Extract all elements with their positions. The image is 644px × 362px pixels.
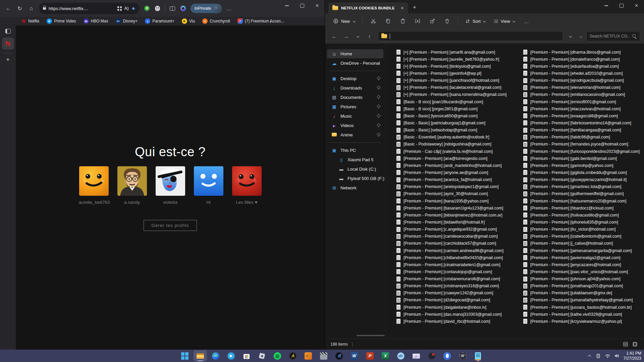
file-item[interactable]: [Premium - Premium] [camileoescobar@gmai… (396, 233, 506, 240)
file-item[interactable]: [Premium - Premium] [bibianjimenez@hotma… (396, 212, 506, 219)
file-item[interactable]: [Premium - Premium] [bana1935@yahoo.com] (396, 197, 506, 204)
bookmark-fav-disney[interactable]: Disney+ (116, 18, 138, 24)
sidebar-hscroll-thumb[interactable] (357, 335, 385, 336)
file-item[interactable]: [Premium - Premium] [andi_martelinho@hot… (396, 162, 506, 169)
file-item[interactable]: [Premium - Cao cấp] [valeria.fa.re@hotma… (396, 148, 506, 155)
go-icon[interactable]: → (576, 32, 585, 41)
file-item[interactable]: [Basic - Basic] [patriciaburgoaj1@gmail.… (396, 119, 506, 126)
ghost-extension-icon[interactable] (155, 6, 160, 11)
taskbar-edge[interactable] (209, 350, 222, 361)
file-item[interactable]: [Premium - Premium] [carmen.andreea96@gm… (396, 247, 506, 254)
explorer-tab[interactable]: NETFLIX COOKIES BUNDLE × (328, 2, 408, 13)
profile-lesfilles[interactable]: Les filles ♥ (232, 166, 262, 205)
taskbar-qbittorrent[interactable] (394, 350, 408, 361)
file-item[interactable]: [Premium - Premium] [juliablaesen@gmx.de… (523, 290, 640, 297)
file-item[interactable]: [Premium - Premium] [izabelbontorin@gmai… (523, 233, 640, 240)
file-item[interactable]: [Premium - Premium] [hbardocz@icloud.com… (523, 204, 640, 212)
copilot-icon[interactable] (180, 6, 186, 11)
file-item[interactable]: [Premium - Premium] [c.angelique932@gmai… (396, 226, 506, 233)
sidebar-item-ico-onedrive[interactable]: OneDrive - Personal (327, 59, 383, 68)
taskbar-clock[interactable]: 1:41 PM 7/27/2023 (624, 351, 641, 361)
bookmark-fav-freemium[interactable]: (7) Freemium Acces... (237, 18, 284, 24)
manage-profiles-button[interactable]: Gérer les profils (144, 220, 197, 231)
cut-button[interactable] (367, 15, 380, 27)
file-item[interactable]: [+] [Premium - Premium] [juancfriasof@ho… (396, 77, 506, 84)
file-item[interactable]: [Premium - Premium] [giuseppenazzarini@h… (523, 176, 640, 183)
file-item[interactable]: [Premium - Premium] [david_rbc@hotmail.c… (396, 318, 506, 325)
file-item[interactable]: [Premium - Premium] [contasdojojo@gmail.… (396, 268, 506, 275)
bookmarks-overflow-icon[interactable]: › (270, 18, 271, 24)
paste-button[interactable] (396, 15, 409, 27)
file-item[interactable]: [+] [Premium - Premium] [amarfil.ana@gma… (396, 49, 506, 56)
taskbar-store[interactable] (240, 350, 253, 361)
maximize-button[interactable] (294, 0, 310, 11)
profile-asandy[interactable]: a.sandy (117, 166, 147, 205)
up-icon[interactable]: ↑ (364, 31, 375, 41)
sidebar-item-ico-videos[interactable]: Videos (327, 121, 383, 130)
taskbar-telegram[interactable] (224, 350, 238, 361)
taskbar-jukebox[interactable] (302, 350, 315, 361)
file-item[interactable]: [Premium - Premium] [dharma.libros@gmail… (523, 49, 640, 56)
file-item[interactable]: [Premium - Premium] [guilhermeeriffel@gm… (523, 190, 640, 197)
file-item[interactable]: [Premium - Premium] [csawyer1242@gmail.c… (396, 290, 506, 297)
profile-hi[interactable]: Hi (194, 166, 224, 205)
sidebar-item-ico-thispc[interactable]: This PC (327, 146, 383, 155)
bookmark-fav-netflix[interactable]: Netflix (21, 18, 39, 24)
file-item[interactable]: [Basic - Essentiel] [audrey.aubertin@out… (396, 134, 506, 141)
sidebar-item-ico-tablet[interactable]: Xiaomi Pad 5 (327, 155, 383, 164)
taskbar-word[interactable] (348, 350, 361, 361)
file-item[interactable]: [Basic - Basic] [sebasholap@gmail.com] (396, 127, 506, 134)
file-item[interactable]: [Premium - Premium] [jenycazares@hotmail… (523, 261, 640, 268)
file-item[interactable]: [Premium - Premium] [gmartinez.lola@gmai… (523, 183, 640, 190)
file-item[interactable]: [Premium - Premium] [ehedei.aif2010@gmai… (523, 70, 640, 77)
taskbar-wshield[interactable] (456, 350, 469, 361)
minimize-button[interactable] (599, 0, 614, 11)
address-input[interactable] (378, 31, 563, 41)
minimize-button[interactable] (279, 0, 294, 11)
bookmark-fav-viu[interactable]: Viu (182, 18, 195, 24)
file-item[interactable]: [Premium - Premium] [cristinareyes316@gm… (396, 283, 506, 290)
file-item[interactable]: [Basic - Basic] [lyessica650@gmail.com] (396, 112, 506, 119)
file-item[interactable]: [Premium - Premium] [familiacangaa@gmail… (523, 127, 640, 134)
read-aloud-icon[interactable]: A) (124, 6, 129, 11)
file-item[interactable]: [Premium - Premium] [carchisblack57@gmai… (396, 240, 506, 247)
file-item[interactable]: [Premium - Premium] [arantza_fa@hotmail.… (396, 176, 506, 183)
file-item[interactable]: [Premium - Premium] [fernandes.joyce@hot… (523, 141, 640, 148)
sidebar-item-ico-anime[interactable]: Anime (327, 130, 383, 139)
details-view-icon[interactable] (622, 341, 629, 348)
view-button[interactable]: View (490, 17, 519, 26)
taskbar-powerpoint[interactable] (363, 350, 377, 361)
taskbar-start[interactable] (178, 350, 192, 361)
bookmark-fav-crunchyroll[interactable]: Crunchyroll (202, 18, 230, 24)
split-screen-icon[interactable] (170, 6, 175, 11)
file-item[interactable]: [Premium - Premium] [jonathanqp201@gmail… (523, 283, 640, 290)
app-launcher-icon[interactable] (117, 6, 122, 11)
file-item[interactable]: [Basic - B sico] [joan16luzardo@gmail.co… (396, 98, 506, 105)
file-item[interactable]: [Premium - Premium] [gamrohp@yahoo.com] (523, 162, 640, 169)
bookmark-fav-prime[interactable]: Prime Video (47, 18, 76, 24)
new-tab-icon[interactable]: + (413, 4, 416, 11)
tab-close-icon[interactable]: × (399, 5, 406, 11)
file-item[interactable]: [Premium - Premium] [emilianocassino@gma… (523, 91, 640, 98)
file-item[interactable]: [Premium - Premium] [j_calixe@hotmail.co… (523, 240, 640, 247)
avatar-red-fur[interactable] (232, 166, 262, 196)
search-input[interactable]: Search NETFLIX CO... (586, 31, 640, 41)
share-button[interactable] (426, 15, 439, 27)
taskbar-mpchc[interactable] (317, 350, 330, 361)
sidebar-item-ico-network[interactable]: Network (327, 183, 383, 192)
tab-netflix[interactable]: N (2, 38, 14, 50)
file-item[interactable]: [Premium - Premium] [johnson.aj04@yahoo.… (523, 276, 640, 283)
file-item[interactable]: [Premium - Premium] [evaagocs86@gmail.co… (523, 112, 640, 119)
file-item[interactable]: [Basic - B sico] [jorgec2801@gmail.com] (396, 105, 506, 112)
rename-button[interactable] (411, 15, 424, 27)
tab-actions-icon[interactable] (5, 29, 11, 34)
bookmark-fav-paramount[interactable]: Paramount+ (145, 18, 174, 24)
taskbar-spotify[interactable] (271, 350, 284, 361)
browser-menu-icon[interactable]: … (226, 6, 232, 11)
file-item[interactable]: [Premium - Premium] [gabi.benitol@gmail.… (523, 155, 640, 162)
address-bar[interactable]: https://www.netflix.... A) ★ (39, 3, 140, 14)
file-item[interactable]: [Premium - Premium] [anyone.ae@gmail.com… (396, 169, 506, 176)
taskbar-playerred[interactable] (425, 350, 438, 361)
more-commands-icon[interactable]: … (524, 18, 529, 24)
file-item[interactable]: [Basic - Podstawowy] [ndolgushina@gmail.… (396, 141, 506, 148)
